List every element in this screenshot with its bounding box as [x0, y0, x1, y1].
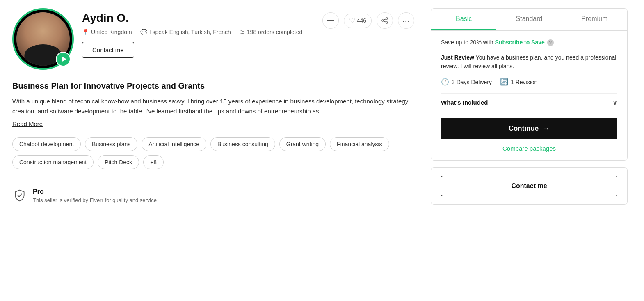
- svg-rect-2: [327, 23, 334, 23]
- pro-section: Pro This seller is verified by Fiverr fo…: [12, 182, 414, 210]
- avatar: [12, 8, 74, 70]
- top-actions: ♡ 446 ···: [322, 8, 414, 29]
- help-icon[interactable]: ?: [547, 39, 554, 46]
- subscribe-link[interactable]: Subscribe to Save: [495, 39, 545, 46]
- tag-pitch[interactable]: Pitch Deck: [98, 155, 139, 169]
- svg-rect-0: [327, 18, 334, 18]
- delivery-feature: 🕐 3 Days Delivery: [441, 78, 492, 86]
- favorites-button[interactable]: ♡ 446: [344, 14, 372, 28]
- heart-icon: ♡: [349, 16, 355, 25]
- profile-info: Aydin O. 📍 United Kingdom 💬 I speak Engl…: [82, 8, 302, 58]
- orders-icon: 🗂: [239, 29, 245, 35]
- svg-line-7: [384, 21, 386, 22]
- languages-text: I speak English, Turkish, French: [149, 29, 231, 35]
- revision-icon: 🔄: [500, 78, 508, 86]
- delivery-text: 3 Days Delivery: [452, 79, 492, 85]
- package-description: Just Review You have a business plan, an…: [441, 53, 617, 71]
- menu-icon-button[interactable]: [322, 12, 339, 29]
- tag-construction[interactable]: Construction management: [12, 155, 94, 169]
- tag-grant[interactable]: Grant writing: [279, 137, 326, 151]
- subscribe-save-row: Save up to 20% with Subscribe to Save ?: [441, 39, 617, 46]
- gig-title: Business Plan for Innovative Projects an…: [12, 81, 414, 91]
- tag-ai[interactable]: Artificial Intelligence: [142, 137, 206, 151]
- tab-standard[interactable]: Standard: [496, 9, 562, 30]
- tag-more[interactable]: +8: [143, 155, 164, 169]
- pro-description: This seller is verified by Fiverr for qu…: [33, 197, 157, 203]
- bottom-contact-panel: Contact me: [431, 167, 628, 205]
- gig-description: With a unique blend of technical know-ho…: [12, 97, 414, 116]
- package-features: 🕐 3 Days Delivery 🔄 1 Revision: [441, 78, 617, 86]
- package-name: Just Review: [441, 54, 474, 61]
- arrow-icon: →: [543, 124, 550, 133]
- continue-button[interactable]: Continue →: [441, 118, 617, 139]
- languages-item: 💬 I speak English, Turkish, French: [140, 29, 231, 35]
- right-panel: Basic Standard Premium Save up to 20% wi…: [431, 8, 628, 293]
- chat-icon: 💬: [140, 29, 147, 35]
- revision-feature: 🔄 1 Revision: [500, 78, 537, 86]
- tag-financial[interactable]: Financial analysis: [330, 137, 389, 151]
- whats-included-label: What's Included: [441, 99, 488, 106]
- package-tabs: Basic Standard Premium: [431, 9, 627, 31]
- tag-consulting[interactable]: Business consulting: [210, 137, 275, 151]
- continue-label: Continue: [509, 124, 539, 133]
- contact-button-header[interactable]: Contact me: [82, 42, 134, 58]
- clock-icon: 🕐: [441, 78, 449, 86]
- svg-rect-1: [327, 20, 334, 21]
- profile-meta: 📍 United Kingdom 💬 I speak English, Turk…: [82, 29, 302, 35]
- chevron-down-icon: ∨: [612, 99, 617, 106]
- pro-info: Pro This seller is verified by Fiverr fo…: [33, 188, 157, 203]
- orders-text: 198 orders completed: [247, 29, 302, 35]
- package-content: Save up to 20% with Subscribe to Save ? …: [431, 31, 627, 160]
- subscribe-text: Save up to 20% with: [441, 39, 493, 46]
- pro-label: Pro: [33, 188, 157, 195]
- tag-business-plans[interactable]: Business plans: [85, 137, 137, 151]
- play-button[interactable]: [56, 52, 71, 67]
- svg-point-5: [386, 22, 388, 23]
- read-more-link[interactable]: Read More: [12, 120, 43, 127]
- favorites-count: 446: [357, 17, 366, 24]
- profile-name: Aydin O.: [82, 11, 302, 25]
- svg-point-4: [382, 20, 384, 21]
- compare-packages-link[interactable]: Compare packages: [441, 145, 617, 152]
- more-options-button[interactable]: ···: [398, 12, 414, 29]
- orders-item: 🗂 198 orders completed: [239, 29, 302, 35]
- share-button[interactable]: [377, 12, 393, 29]
- tab-premium[interactable]: Premium: [562, 9, 627, 30]
- location-icon: 📍: [82, 29, 89, 35]
- tab-basic[interactable]: Basic: [431, 9, 496, 30]
- tags-container: Chatbot development Business plans Artif…: [12, 137, 414, 169]
- svg-line-6: [384, 19, 386, 20]
- svg-point-3: [386, 18, 388, 19]
- whats-included-row[interactable]: What's Included ∨: [441, 93, 617, 111]
- pro-icon: [12, 188, 27, 203]
- package-panel: Basic Standard Premium Save up to 20% wi…: [431, 8, 628, 161]
- tag-chatbot[interactable]: Chatbot development: [12, 137, 81, 151]
- location-item: 📍 United Kingdom: [82, 29, 132, 35]
- location-text: United Kingdom: [91, 29, 132, 35]
- revision-text: 1 Revision: [511, 79, 537, 85]
- contact-button-bottom[interactable]: Contact me: [441, 176, 617, 196]
